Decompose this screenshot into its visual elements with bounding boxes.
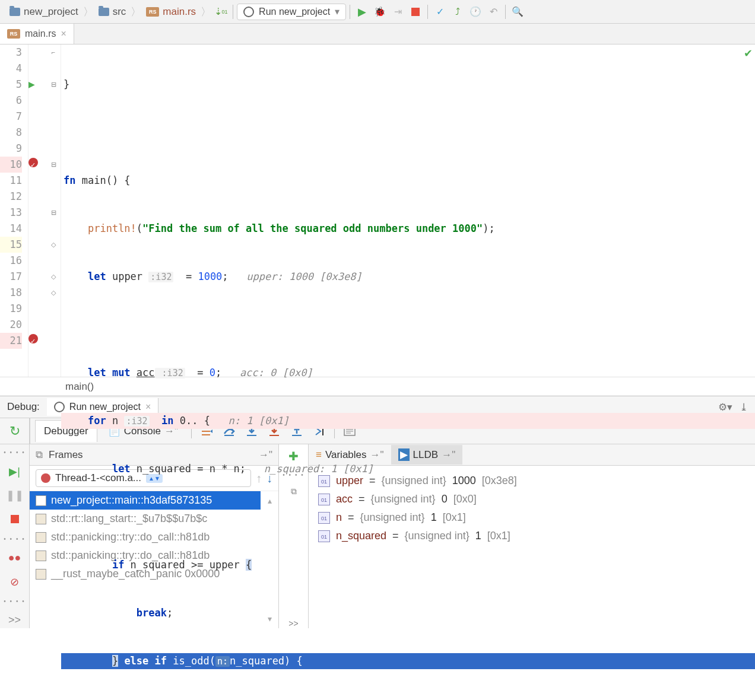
drag-handle-icon: • • • • — [4, 536, 25, 542]
vcs-update-button[interactable]: ✓ — [432, 4, 448, 20]
more-button[interactable]: >> — [7, 613, 23, 628]
line-number-gutter: 3456789101112131415161718192021 — [0, 44, 28, 377]
stop-button[interactable] — [407, 4, 424, 20]
code-area[interactable]: } fn main() { println!("Find the sum of … — [61, 44, 755, 377]
frame-icon — [36, 514, 46, 524]
breadcrumb: new_project 〉 src 〉 RSmain.rs 〉 — [5, 5, 211, 19]
rust-icon — [54, 402, 65, 412]
rust-file-icon: RS — [146, 7, 159, 17]
folder-icon — [9, 8, 20, 16]
fold-gutter: ⌐⊟⊟⊟◇◇◇ — [46, 44, 61, 377]
breakpoint-icon[interactable] — [28, 333, 46, 349]
resume-button[interactable]: ▶| — [7, 464, 23, 479]
stop-button[interactable] — [7, 511, 23, 527]
breakpoint-icon[interactable] — [28, 157, 46, 173]
frame-icon — [36, 551, 46, 561]
pause-button[interactable]: ❚❚ — [7, 488, 23, 503]
run-gutter-icon[interactable]: ▶ — [28, 77, 46, 93]
frame-icon — [36, 532, 46, 543]
undo-button[interactable]: ↶ — [485, 4, 502, 20]
debug-side-toolbar: • • • • ▶| ❚❚ • • • • ●● ⊘ • • • • >> — [0, 444, 30, 628]
view-breakpoints-button[interactable]: ●● — [7, 551, 23, 566]
rerun-icon[interactable]: ↻ — [9, 424, 20, 439]
mute-breakpoints-button[interactable]: ⊘ — [7, 574, 23, 590]
stop-icon — [411, 8, 420, 16]
frame-icon — [36, 495, 46, 506]
drag-handle-icon: • • • • — [4, 598, 25, 604]
breadcrumb-project[interactable]: new_project — [5, 6, 83, 18]
chevron-right-icon: 〉 — [131, 5, 141, 19]
frames-icon: ⧉ — [36, 449, 43, 461]
vcs-commit-button[interactable]: ⤴ — [449, 4, 466, 20]
rust-icon — [243, 7, 254, 17]
binary-icon[interactable]: ⇣01 — [212, 4, 229, 20]
gutter-icons: ▶ — [28, 44, 46, 377]
debug-label: Debug: — [7, 401, 40, 413]
thread-icon — [41, 473, 50, 483]
vcs-history-button[interactable]: 🕐 — [467, 4, 484, 20]
breadcrumb-src[interactable]: src — [94, 6, 131, 18]
search-button[interactable]: 🔍 — [509, 4, 526, 20]
run-config-selector[interactable]: Run new_project ▾ — [237, 4, 346, 20]
chevron-right-icon: 〉 — [83, 5, 94, 19]
coverage-button[interactable]: ⇥ — [389, 4, 406, 20]
folder-icon — [99, 8, 109, 16]
rust-file-icon: RS — [7, 29, 20, 39]
editor-tab-main[interactable]: RS main.rs × — [0, 24, 74, 44]
dropdown-icon: ▾ — [335, 6, 340, 17]
chevron-right-icon: 〉 — [201, 5, 211, 19]
drag-handle-icon: • • • • — [4, 449, 25, 456]
editor-tab-bar: RS main.rs × — [0, 24, 755, 44]
run-button[interactable]: ▶ — [354, 4, 370, 20]
breadcrumb-file[interactable]: RSmain.rs — [141, 6, 201, 18]
code-editor[interactable]: ✔ 3456789101112131415161718192021 ▶ ⌐⊟⊟⊟… — [0, 44, 755, 377]
main-toolbar: new_project 〉 src 〉 RSmain.rs 〉 ⇣01 Run … — [0, 0, 755, 24]
debug-button[interactable]: 🐞 — [372, 4, 388, 20]
close-icon[interactable]: × — [61, 28, 66, 39]
frame-icon — [36, 569, 46, 580]
